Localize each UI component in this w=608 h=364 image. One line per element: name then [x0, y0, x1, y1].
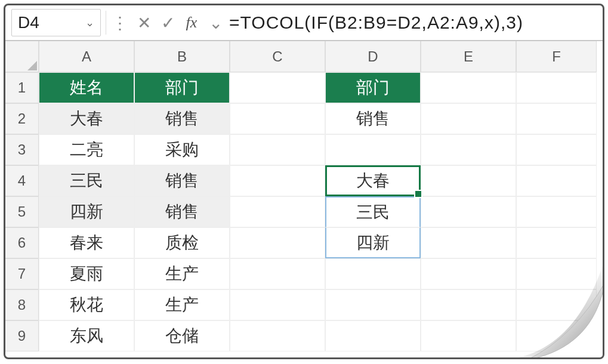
- formula-bar: D4 ⌄ ⋮ ✕ ✓ fx ⌄ =TOCOL(IF(B2:B9=D2,A2:A9…: [5, 5, 603, 41]
- cell-F3[interactable]: [516, 134, 597, 165]
- spreadsheet-grid[interactable]: A B C D E F 1 姓名 部门 部门 2 大春 销售 销售 3 二亮 采…: [5, 41, 603, 351]
- cell-B7[interactable]: 生产: [134, 258, 230, 289]
- cell-C4[interactable]: [230, 165, 325, 196]
- cell-D8[interactable]: [325, 289, 421, 320]
- cell-C5[interactable]: [230, 196, 325, 227]
- fx-icon[interactable]: fx: [183, 14, 200, 32]
- col-header-D[interactable]: D: [325, 41, 421, 72]
- cell-A6[interactable]: 春来: [39, 227, 134, 258]
- accept-icon[interactable]: ✓: [159, 14, 177, 32]
- name-box[interactable]: D4 ⌄: [11, 9, 101, 36]
- row-header-1[interactable]: 1: [5, 72, 39, 103]
- col-header-B[interactable]: B: [134, 41, 230, 72]
- spreadsheet-window: D4 ⌄ ⋮ ✕ ✓ fx ⌄ =TOCOL(IF(B2:B9=D2,A2:A9…: [4, 4, 604, 359]
- cell-A3[interactable]: 二亮: [39, 134, 134, 165]
- cell-C1[interactable]: [230, 72, 325, 103]
- cell-C9[interactable]: [230, 320, 325, 351]
- cell-A8[interactable]: 秋花: [39, 289, 134, 320]
- cell-C6[interactable]: [230, 227, 325, 258]
- cell-E8[interactable]: [421, 289, 516, 320]
- cell-E1[interactable]: [421, 72, 516, 103]
- cell-E6[interactable]: [421, 227, 516, 258]
- cell-B2[interactable]: 销售: [134, 103, 230, 134]
- cell-D2[interactable]: 销售: [325, 103, 421, 134]
- row-header-5[interactable]: 5: [5, 196, 39, 227]
- cell-D1[interactable]: 部门: [325, 72, 421, 103]
- select-all-corner[interactable]: [5, 41, 39, 72]
- cancel-icon[interactable]: ✕: [135, 14, 153, 32]
- cell-E9[interactable]: [421, 320, 516, 351]
- formula-bar-buttons: ⋮ ✕ ✓ fx ⌄: [111, 14, 224, 32]
- cell-reference: D4: [18, 13, 39, 32]
- row-header-6[interactable]: 6: [5, 227, 39, 258]
- cell-B4[interactable]: 销售: [134, 165, 230, 196]
- cell-B9[interactable]: 仓储: [134, 320, 230, 351]
- cell-A9[interactable]: 东风: [39, 320, 134, 351]
- cell-E4[interactable]: [421, 165, 516, 196]
- cell-E5[interactable]: [421, 196, 516, 227]
- cell-D9[interactable]: [325, 320, 421, 351]
- cell-B5[interactable]: 销售: [134, 196, 230, 227]
- cell-D3[interactable]: [325, 134, 421, 165]
- cell-C7[interactable]: [230, 258, 325, 289]
- cell-C3[interactable]: [230, 134, 325, 165]
- row-header-7[interactable]: 7: [5, 258, 39, 289]
- col-header-C[interactable]: C: [230, 41, 325, 72]
- cell-F1[interactable]: [516, 72, 597, 103]
- row-header-2[interactable]: 2: [5, 103, 39, 134]
- cell-C8[interactable]: [230, 289, 325, 320]
- cell-D7[interactable]: [325, 258, 421, 289]
- cell-D6[interactable]: 四新: [325, 227, 421, 258]
- cell-F7[interactable]: [516, 258, 597, 289]
- cell-E3[interactable]: [421, 134, 516, 165]
- cell-F4[interactable]: [516, 165, 597, 196]
- cell-E7[interactable]: [421, 258, 516, 289]
- col-header-E[interactable]: E: [421, 41, 516, 72]
- cell-B1[interactable]: 部门: [134, 72, 230, 103]
- cell-B6[interactable]: 质检: [134, 227, 230, 258]
- cell-F9[interactable]: [516, 320, 597, 351]
- col-header-A[interactable]: A: [39, 41, 134, 72]
- cell-F6[interactable]: [516, 227, 597, 258]
- cell-A5[interactable]: 四新: [39, 196, 134, 227]
- chevron-down-icon[interactable]: ⌄: [85, 16, 94, 29]
- row-header-9[interactable]: 9: [5, 320, 39, 351]
- cell-B3[interactable]: 采购: [134, 134, 230, 165]
- more-icon[interactable]: ⋮: [111, 14, 129, 32]
- row-header-3[interactable]: 3: [5, 134, 39, 165]
- cell-F5[interactable]: [516, 196, 597, 227]
- cell-D5[interactable]: 三民: [325, 196, 421, 227]
- row-header-4[interactable]: 4: [5, 165, 39, 196]
- cell-C2[interactable]: [230, 103, 325, 134]
- cell-A1[interactable]: 姓名: [39, 72, 134, 103]
- separator: [106, 11, 106, 35]
- formula-input[interactable]: =TOCOL(IF(B2:B9=D2,A2:A9,x),3): [229, 13, 597, 33]
- cell-A2[interactable]: 大春: [39, 103, 134, 134]
- cell-A4[interactable]: 三民: [39, 165, 134, 196]
- cell-B8[interactable]: 生产: [134, 289, 230, 320]
- col-header-F[interactable]: F: [516, 41, 597, 72]
- cell-A7[interactable]: 夏雨: [39, 258, 134, 289]
- cell-F2[interactable]: [516, 103, 597, 134]
- chevron-down-icon[interactable]: ⌄: [206, 14, 224, 32]
- cell-E2[interactable]: [421, 103, 516, 134]
- row-header-8[interactable]: 8: [5, 289, 39, 320]
- cell-F8[interactable]: [516, 289, 597, 320]
- cell-D4[interactable]: 大春: [325, 165, 421, 196]
